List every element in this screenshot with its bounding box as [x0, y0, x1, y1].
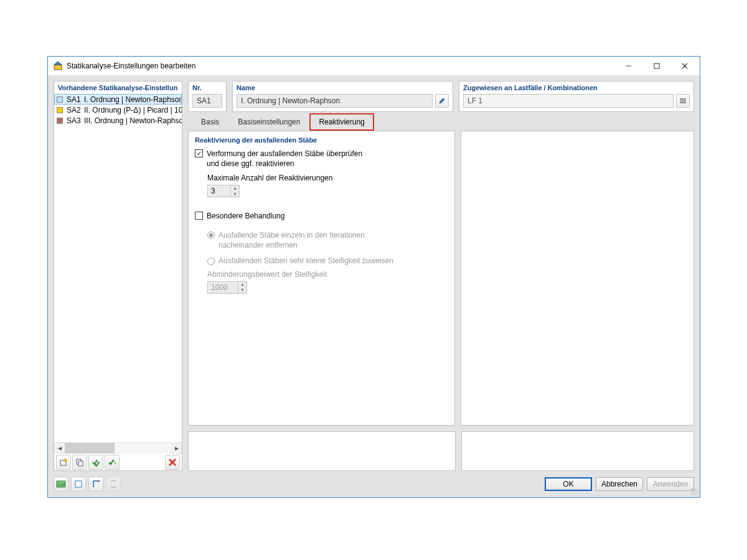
assigned-picker-button[interactable]	[676, 94, 690, 108]
list-item[interactable]: SA2 II. Ordnung (P-Δ) | Picard | 100	[54, 105, 182, 115]
new-item-button[interactable]	[56, 455, 71, 470]
settings-list[interactable]: SA1 I. Ordnung | Newton-Raphson SA2 II. …	[54, 94, 182, 442]
svg-rect-13	[680, 98, 686, 100]
right-preview-panel	[461, 131, 694, 426]
max-reactivations-label: Maximale Anzahl der Reaktivierungen	[207, 174, 448, 182]
item-name: II. Ordnung (P-Δ) | Picard | 100	[84, 106, 182, 114]
lower-right-panel	[461, 431, 694, 471]
assigned-value: LF 1	[467, 96, 482, 105]
titlebar: Statikanalyse-Einstellungen bearbeiten	[48, 57, 700, 75]
special-handling-label: Besondere Behandlung	[207, 211, 284, 221]
scroll-left-icon[interactable]: ◂	[54, 443, 65, 454]
dialog-window: Statikanalyse-Einstellungen bearbeiten V…	[47, 56, 700, 498]
color-swatch	[57, 107, 63, 113]
cancel-button[interactable]: Abbrechen	[596, 477, 643, 491]
spinner-down-icon[interactable]: ▼	[231, 191, 239, 197]
horizontal-scrollbar[interactable]: ◂ ▸	[54, 442, 182, 453]
window-title: Statikanalyse-Einstellungen bearbeiten	[67, 62, 614, 70]
scroll-track[interactable]	[65, 443, 171, 454]
script-button[interactable]	[106, 477, 121, 492]
settings-list-panel: Vorhandene Statikanalyse-Einstellun SA1 …	[54, 81, 182, 471]
remove-individually-radio[interactable]	[207, 231, 215, 239]
tab-basic-settings[interactable]: Basiseinstellungen	[228, 113, 309, 131]
list-toolbar	[54, 453, 182, 470]
svg-rect-14	[680, 100, 686, 101]
remove-individually-label: Ausfallende Stäbe einzeln in den Iterati…	[218, 230, 365, 250]
assigned-field[interactable]: LF 1	[463, 94, 674, 108]
list-item[interactable]: SA1 I. Ordnung | Newton-Raphson	[54, 94, 182, 105]
check-deformation-checkbox[interactable]	[195, 149, 203, 157]
item-name: III. Ordnung | Newton-Raphso	[84, 116, 182, 125]
lower-left-panel	[188, 431, 456, 471]
svg-point-7	[64, 459, 67, 461]
svg-rect-18	[75, 481, 82, 487]
svg-text:0,00: 0,00	[58, 483, 65, 487]
pencil-icon	[438, 97, 446, 105]
tab-reactivation[interactable]: Reaktivierung	[309, 113, 374, 131]
nr-label: Nr.	[192, 84, 222, 91]
scroll-thumb[interactable]	[65, 443, 115, 454]
nr-value: SA1	[197, 96, 211, 105]
reduction-factor-value: 1000	[208, 282, 238, 293]
color-swatch	[57, 118, 63, 124]
reactivation-section-header: Reaktivierung der ausfallenden Stäbe	[195, 136, 448, 144]
resize-grip[interactable]	[691, 488, 698, 496]
apply-button[interactable]: Anwenden	[647, 477, 694, 491]
minimize-button[interactable]	[614, 57, 642, 75]
color-swatch	[57, 96, 63, 103]
name-field[interactable]: I. Ordnung | Newton-Raphson	[237, 94, 433, 108]
uncheck-all-button[interactable]	[105, 455, 120, 470]
name-value: I. Ordnung | Newton-Raphson	[241, 96, 340, 105]
check-deformation-label: Verformung der ausfallenden Stäbe überpr…	[207, 149, 362, 169]
max-reactivations-value: 3	[208, 185, 230, 197]
delete-item-button[interactable]	[165, 455, 180, 470]
reduction-factor-spinner[interactable]: 1000 ▲▼	[207, 281, 247, 294]
nr-box: Nr. SA1	[188, 81, 227, 112]
name-box: Name I. Ordnung | Newton-Raphson	[232, 81, 453, 112]
svg-rect-0	[54, 65, 62, 70]
dialog-footer: 0,00 OK Abbrechen Anwenden	[54, 477, 694, 492]
special-handling-checkbox[interactable]	[195, 212, 203, 220]
svg-rect-3	[654, 63, 659, 68]
item-code: SA3	[67, 116, 84, 125]
maximize-button[interactable]	[642, 57, 670, 75]
svg-line-10	[113, 460, 116, 464]
body-area: Vorhandene Statikanalyse-Einstellun SA1 …	[48, 75, 700, 497]
copy-item-button[interactable]	[72, 455, 87, 470]
svg-marker-1	[54, 62, 62, 65]
svg-rect-9	[78, 461, 83, 466]
name-label: Name	[237, 84, 449, 91]
color-button[interactable]	[71, 477, 86, 492]
tab-basis[interactable]: Basis	[192, 113, 228, 131]
units-button[interactable]: 0,00	[54, 477, 68, 492]
assigned-box: Zugewiesen an Lastfälle / Kombinationen …	[459, 81, 694, 112]
small-stiffness-label: Ausfallenden Stäben sehr kleine Steifigk…	[218, 256, 393, 265]
small-stiffness-radio[interactable]	[207, 258, 215, 265]
item-code: SA1	[67, 95, 84, 104]
check-all-button[interactable]	[88, 455, 103, 470]
reduction-factor-label: Abminderungsbeiwert der Steifigkeit	[207, 270, 448, 279]
scroll-right-icon[interactable]: ▸	[171, 443, 182, 454]
item-code: SA2	[67, 106, 84, 114]
assigned-label: Zugewiesen an Lastfälle / Kombinationen	[463, 84, 690, 91]
structure-button[interactable]	[88, 477, 103, 492]
edit-name-button[interactable]	[435, 94, 449, 108]
list-icon	[679, 97, 687, 105]
svg-rect-15	[680, 102, 686, 103]
main-panel: Nr. SA1 Name I. Ordnung | Newton-Raphson	[188, 81, 694, 471]
close-button[interactable]	[670, 57, 698, 75]
list-item[interactable]: SA3 III. Ordnung | Newton-Raphso	[54, 115, 182, 126]
svg-marker-21	[98, 480, 100, 482]
app-icon	[53, 61, 63, 71]
spinner-down-icon[interactable]: ▼	[238, 287, 247, 293]
item-name: I. Ordnung | Newton-Raphson	[84, 95, 181, 104]
spinner-up-icon[interactable]: ▲	[231, 185, 239, 191]
reactivation-panel: Reaktivierung der ausfallenden Stäbe Ver…	[188, 131, 455, 426]
list-header: Vorhandene Statikanalyse-Einstellun	[54, 82, 182, 94]
nr-field[interactable]: SA1	[192, 94, 222, 108]
tab-strip: Basis Basiseinstellungen Reaktivierung	[188, 112, 694, 131]
max-reactivations-spinner[interactable]: 3 ▲▼	[207, 185, 240, 197]
spinner-up-icon[interactable]: ▲	[238, 282, 247, 287]
ok-button[interactable]: OK	[545, 477, 592, 491]
